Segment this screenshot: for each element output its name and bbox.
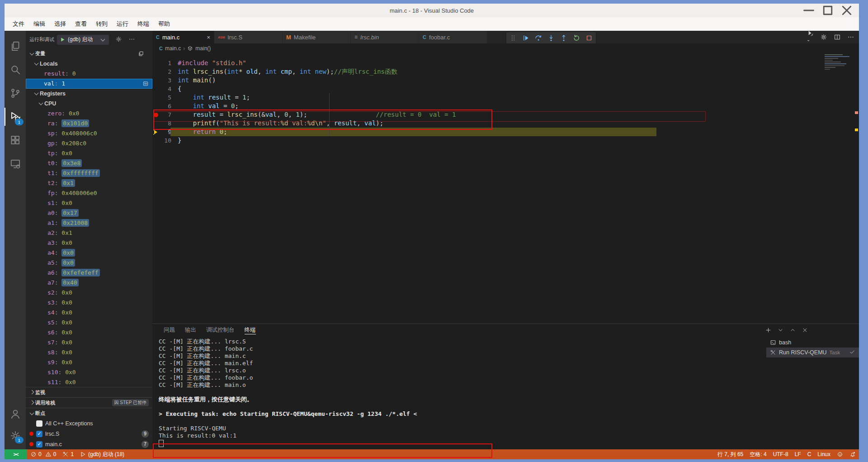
terminal-dropdown-button[interactable]: [777, 327, 784, 333]
remote-indicator[interactable]: ><: [5, 449, 27, 459]
activity-explorer[interactable]: [5, 34, 26, 58]
variable-row-s7[interactable]: s7: 0x0: [26, 338, 152, 348]
minimize-button[interactable]: [799, 4, 818, 17]
variables-section-header[interactable]: 变量: [26, 49, 152, 59]
launch-config-dropdown[interactable]: (gdb) 启动: [57, 35, 109, 45]
activity-settings[interactable]: 1: [5, 425, 26, 447]
restart-button[interactable]: [572, 34, 580, 42]
breakpoint-checkbox[interactable]: ✓: [36, 431, 42, 437]
activity-search[interactable]: [5, 58, 26, 81]
gutter-margin[interactable]: [152, 93, 160, 102]
variable-row-t0[interactable]: t0: 0x3e8: [26, 158, 152, 168]
more-actions-button[interactable]: [847, 33, 854, 41]
code-line-8[interactable]: 8 printf("This is result:%d val:%d\n", r…: [152, 119, 859, 128]
code-line-10[interactable]: 10}: [152, 136, 859, 145]
variable-row-a0[interactable]: a0: 0x17: [26, 208, 152, 218]
step-out-button[interactable]: [560, 34, 568, 42]
activity-account[interactable]: [5, 403, 26, 425]
variable-row-s5[interactable]: s5: 0x0: [26, 318, 152, 328]
collapse-all-icon[interactable]: [138, 51, 144, 57]
breakpoint-row[interactable]: ✓ lrsc.S 9: [26, 429, 152, 439]
menu-item-查看[interactable]: 查看: [71, 17, 91, 31]
variable-row-gp[interactable]: gp: 0x208c0: [26, 138, 152, 148]
variable-row-a2[interactable]: a2: 0x1: [26, 228, 152, 238]
gutter-margin[interactable]: [152, 128, 160, 136]
tab-foobar.c[interactable]: Cfoobar.c: [419, 31, 487, 43]
variable-row-s6[interactable]: s6: 0x0: [26, 328, 152, 338]
gutter-margin[interactable]: [152, 67, 160, 76]
gutter-margin[interactable]: [152, 110, 160, 119]
code-line-9[interactable]: 9 return 0;: [152, 128, 859, 136]
variable-row-s3[interactable]: s3: 0x0: [26, 298, 152, 308]
panel-tab-输出[interactable]: 输出: [180, 324, 201, 336]
close-panel-button[interactable]: [802, 327, 808, 333]
tree-group-registers[interactable]: Registers: [26, 89, 152, 99]
gutter-margin[interactable]: [152, 85, 160, 93]
menu-item-运行[interactable]: 运行: [112, 17, 133, 31]
activity-run-debug[interactable]: 1: [5, 105, 26, 129]
variable-row-val[interactable]: val: 1: [26, 79, 152, 89]
gutter-margin[interactable]: [152, 136, 160, 145]
binary-view-icon[interactable]: [142, 81, 149, 87]
maximize-button[interactable]: [818, 4, 837, 17]
maximize-panel-button[interactable]: [789, 327, 796, 333]
variable-row-s9[interactable]: s9: 0x0: [26, 357, 152, 367]
problems-status[interactable]: 0 0: [27, 449, 59, 459]
code-line-5[interactable]: 5 int result = 1;: [152, 93, 859, 102]
menu-item-终端[interactable]: 终端: [133, 17, 154, 31]
step-over-button[interactable]: [534, 34, 542, 42]
variable-row-s4[interactable]: s4: 0x0: [26, 308, 152, 318]
gutter-margin[interactable]: [152, 102, 160, 110]
tab-lrsc.bin[interactable]: ≡lrsc.bin: [351, 31, 419, 43]
status-cursor-position[interactable]: 行 7, 列 65: [714, 449, 746, 459]
breakpoint-row[interactable]: All C++ Exceptions: [26, 418, 152, 429]
breadcrumb-file[interactable]: main.c: [165, 45, 181, 52]
breakpoint-row[interactable]: ✓ main.c 7: [26, 439, 152, 449]
status-indentation[interactable]: 空格: 4: [746, 449, 769, 459]
activity-remote-explorer[interactable]: [5, 152, 26, 176]
title-bar[interactable]: main.c - 18 - Visual Studio Code: [5, 4, 859, 17]
panel-tab-调试控制台[interactable]: 调试控制台: [201, 324, 240, 336]
gutter-margin[interactable]: [152, 119, 160, 128]
panel-tab-问题[interactable]: 问题: [159, 324, 180, 336]
code-line-4[interactable]: 4{: [152, 85, 859, 93]
panel-tab-终端[interactable]: 终端: [240, 324, 261, 336]
tab-lrsc.S[interactable]: ASMlrsc.S: [214, 31, 283, 43]
terminal-list-item-bash[interactable]: bash: [766, 338, 859, 348]
breadcrumb-symbol[interactable]: main(): [195, 45, 211, 52]
breadcrumb[interactable]: C main.c › main(): [152, 43, 859, 53]
variable-row-a6[interactable]: a6: 0xfefefeff: [26, 268, 152, 278]
continue-button[interactable]: [522, 34, 530, 42]
gutter-margin[interactable]: [152, 76, 160, 85]
gutter-margin[interactable]: [152, 59, 160, 67]
debug-settings-gear-icon[interactable]: [115, 36, 122, 44]
activity-source-control[interactable]: [5, 81, 26, 105]
variable-row-s8[interactable]: s8: 0x0: [26, 348, 152, 357]
code-line-7[interactable]: 7 result = lrsc_ins(&val, 0, 1); //resul…: [152, 110, 859, 119]
code-line-6[interactable]: 6 int val = 0;: [152, 102, 859, 110]
status-encoding[interactable]: UTF-8: [770, 449, 792, 459]
status-language-mode[interactable]: C: [804, 449, 815, 459]
breakpoint-checkbox[interactable]: [36, 420, 42, 427]
tree-group-locals[interactable]: Locals: [26, 59, 152, 69]
menu-item-帮助[interactable]: 帮助: [154, 17, 175, 31]
variable-row-zero[interactable]: zero: 0x0: [26, 109, 152, 119]
variable-row-a1[interactable]: a1: 0x21008: [26, 218, 152, 228]
split-editor-button[interactable]: [834, 33, 841, 41]
variable-row-a3[interactable]: a3: 0x0: [26, 238, 152, 248]
menu-item-编辑[interactable]: 编辑: [29, 17, 50, 31]
step-into-button[interactable]: [547, 34, 555, 42]
tree-group-cpu[interactable]: CPU: [26, 99, 152, 109]
code-line-1[interactable]: 1#include "stdio.h": [152, 59, 859, 67]
breakpoints-section-header[interactable]: 断点: [26, 408, 152, 418]
variable-row-sp[interactable]: sp: 0x408006c0: [26, 129, 152, 138]
variable-row-result[interactable]: result: 0: [26, 69, 152, 79]
close-button[interactable]: [837, 4, 856, 17]
run-or-debug-button[interactable]: ⌄: [807, 29, 814, 45]
status-eol[interactable]: LF: [792, 449, 804, 459]
close-tab-icon[interactable]: ×: [207, 34, 210, 41]
callstack-section-header[interactable]: 调用堆栈 因 STEP 已暂停: [26, 397, 152, 408]
menu-item-转到[interactable]: 转到: [91, 17, 112, 31]
breakpoint-checkbox[interactable]: ✓: [36, 441, 42, 448]
terminal-output[interactable]: CC -[M] 正在构建... lrsc.SCC -[M] 正在构建... fo…: [152, 336, 766, 449]
